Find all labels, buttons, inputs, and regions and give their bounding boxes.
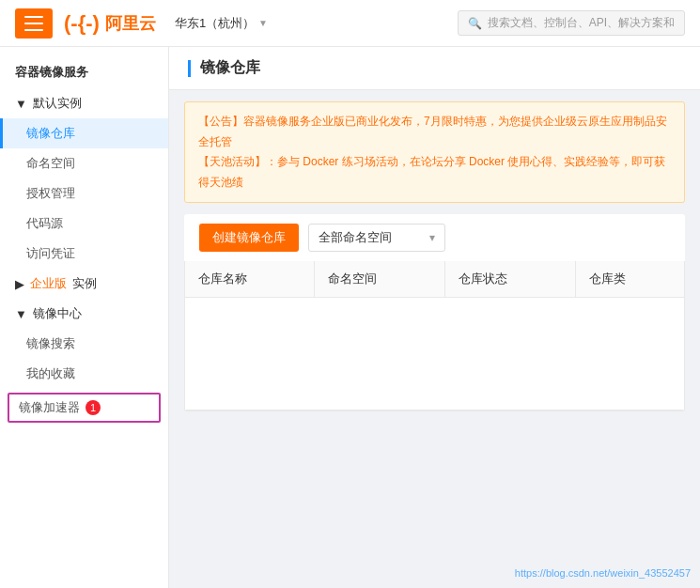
search-icon: 🔍	[468, 17, 482, 30]
search-placeholder-text: 搜索文档、控制台、API、解决方案和	[488, 15, 675, 31]
sidebar-item-image-accelerator[interactable]: 镜像加速器 1	[8, 393, 161, 423]
sidebar-item-namespace[interactable]: 命名空间	[0, 148, 168, 178]
namespace-caret-icon: ▾	[429, 231, 435, 244]
sidebar-item-image-search[interactable]: 镜像搜索	[0, 329, 168, 359]
sidebar-section-title: 容器镜像服务	[0, 56, 168, 88]
namespace-select[interactable]: 全部命名空间 ▾	[308, 224, 445, 252]
sidebar-item-label: 镜像仓库	[26, 126, 75, 140]
sidebar-group-default-label: 默认实例	[33, 95, 82, 112]
sidebar-item-label: 镜像加速器	[19, 399, 80, 416]
table-empty-row	[185, 298, 684, 410]
sidebar-group-enterprise-label2: 实例	[72, 275, 97, 292]
main-layout: 容器镜像服务 ▼ 默认实例 镜像仓库 命名空间 授权管理 代码源 访问凭证 ▶ …	[0, 47, 700, 588]
region-arrow-icon: ▼	[258, 18, 268, 28]
main-content: 镜像仓库 【公告】容器镜像服务企业版已商业化发布，7月限时特惠，为您提供企业级云…	[169, 47, 700, 588]
hamburger-icon	[24, 16, 43, 31]
sidebar-item-code-source[interactable]: 代码源	[0, 209, 168, 239]
top-header: (-{-) 阿里云 华东1（杭州） ▼ 🔍 搜索文档、控制台、API、解决方案和	[0, 0, 700, 47]
col-header-repo-status: 仓库状态	[445, 261, 576, 298]
notice-line-2: 【天池活动】：参与 Docker 练习场活动，在论坛分享 Docker 使用心得…	[198, 152, 671, 193]
sidebar-item-my-favorites[interactable]: 我的收藏	[0, 359, 168, 389]
col-header-repo-name: 仓库名称	[185, 261, 315, 298]
accelerator-badge: 1	[86, 400, 101, 415]
create-repo-button[interactable]: 创建镜像仓库	[199, 224, 299, 252]
col-header-repo-type: 仓库类	[575, 261, 684, 298]
sidebar-item-label: 命名空间	[26, 156, 75, 170]
sidebar-group-enterprise-label: 企业版	[30, 275, 67, 292]
repo-table: 仓库名称 命名空间 仓库状态 仓库类	[185, 261, 684, 410]
sidebar-item-label: 访问凭证	[26, 246, 75, 260]
sidebar-group-image-center[interactable]: ▼ 镜像中心	[0, 299, 168, 329]
col-header-namespace: 命名空间	[315, 261, 445, 298]
search-bar[interactable]: 🔍 搜索文档、控制台、API、解决方案和	[458, 10, 685, 36]
sidebar-group-default-instance[interactable]: ▼ 默认实例	[0, 88, 168, 118]
header-left: (-{-) 阿里云 华东1（杭州） ▼	[15, 8, 268, 39]
table-wrapper: 仓库名称 命名空间 仓库状态 仓库类	[184, 261, 685, 411]
triangle-image-center-icon: ▼	[15, 307, 27, 321]
sidebar-item-access-cred[interactable]: 访问凭证	[0, 239, 168, 269]
namespace-select-label: 全部命名空间	[319, 229, 392, 246]
page-title: 镜像仓库	[200, 58, 260, 78]
region-selector[interactable]: 华东1（杭州） ▼	[175, 15, 268, 32]
aliyun-logo: (-{-) 阿里云	[64, 11, 156, 36]
sidebar-group-image-center-label: 镜像中心	[33, 305, 82, 322]
sidebar-item-label: 授权管理	[26, 186, 75, 200]
sidebar-item-label: 我的收藏	[26, 366, 75, 380]
triangle-default-icon: ▼	[15, 97, 27, 111]
notice-line-1: 【公告】容器镜像服务企业版已商业化发布，7月限时特惠，为您提供企业级云原生应用制…	[198, 112, 671, 152]
sidebar-group-enterprise-instance[interactable]: ▶ 企业版实例	[0, 269, 168, 299]
sidebar-item-label: 镜像搜索	[26, 336, 75, 350]
sidebar-item-auth-mgmt[interactable]: 授权管理	[0, 178, 168, 209]
table-toolbar: 创建镜像仓库 全部命名空间 ▾	[184, 214, 685, 261]
logo-text: 阿里云	[105, 12, 156, 35]
sidebar-item-mirror-repo[interactable]: 镜像仓库	[0, 118, 168, 148]
page-header: 镜像仓库	[169, 47, 700, 90]
notice-banner: 【公告】容器镜像服务企业版已商业化发布，7月限时特惠，为您提供企业级云原生应用制…	[184, 101, 685, 203]
logo-bracket-icon: (-{-)	[64, 11, 100, 36]
region-name: 华东1（杭州）	[175, 15, 255, 32]
watermark: https://blog.csdn.net/weixin_43552457	[515, 567, 691, 579]
hamburger-button[interactable]	[15, 8, 53, 39]
sidebar: 容器镜像服务 ▼ 默认实例 镜像仓库 命名空间 授权管理 代码源 访问凭证 ▶ …	[0, 47, 169, 588]
sidebar-item-label: 代码源	[26, 216, 63, 230]
triangle-enterprise-icon: ▶	[15, 277, 24, 291]
